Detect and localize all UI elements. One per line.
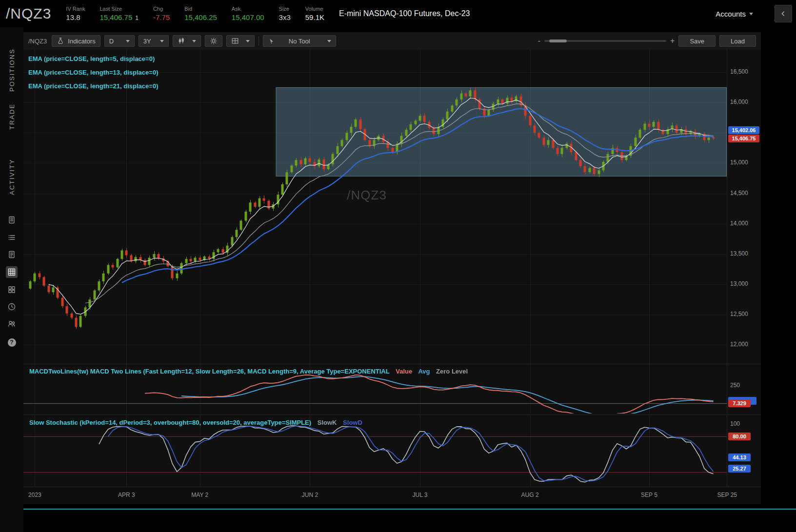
ema-21-label: EMA (price=CLOSE, length=21, displace=0) xyxy=(28,81,158,91)
time-axis-label: SEP 25 xyxy=(717,492,737,498)
indicators-button[interactable]: Indicators xyxy=(52,35,100,47)
price-axis[interactable]: 16,50016,00015,50015,00014,50014,00013,5… xyxy=(727,50,761,364)
flask-icon xyxy=(57,37,64,45)
price-axis-label: 16,000 xyxy=(730,99,748,105)
price-axis-label: 14,500 xyxy=(730,190,748,197)
last-price-badge: 15,406.75 xyxy=(728,135,759,142)
price-axis-label: 14,000 xyxy=(730,220,748,227)
dashboard-icon[interactable] xyxy=(6,284,18,296)
chevron-down-icon xyxy=(749,13,753,17)
time-axis-label: MAY 2 xyxy=(191,492,208,498)
bottom-panel-divider xyxy=(23,509,796,510)
stochastic-axis[interactable]: 10080.0044.1325.27 xyxy=(727,415,761,487)
price-axis-label: 16,500 xyxy=(730,68,748,75)
stat-bid: Bid 15,406.25 xyxy=(184,6,217,21)
symbol-title: /NQZ3 xyxy=(6,5,51,22)
range-dropdown[interactable]: 3Y xyxy=(139,35,169,47)
instrument-description: E-mini NASDAQ-100 Futures, Dec-23 xyxy=(339,9,470,18)
save-button[interactable]: Save xyxy=(678,35,716,47)
ema-price-badge: 15,402.06 xyxy=(728,126,759,134)
time-axis[interactable]: 2023APR 3MAY 2JUN 2JUL 3AUG 2SEP 5SEP 25 xyxy=(23,487,761,504)
macd-panel[interactable]: MACDTwoLines(tw) MACD Two Lines (Fast Le… xyxy=(23,364,727,414)
chevron-down-icon xyxy=(126,40,130,44)
time-axis-label: JUL 3 xyxy=(413,492,428,498)
zoom-slider-handle[interactable] xyxy=(549,39,567,42)
stat-last-size: Last Size 15,406.751 xyxy=(100,6,139,21)
toolbar-divider xyxy=(259,36,259,46)
cursor-icon xyxy=(268,38,275,45)
chevron-left-icon xyxy=(779,10,787,18)
stochastic-study-label: Slow Stochastic (kPeriod=14, dPeriod=3, … xyxy=(29,419,367,426)
chevron-down-icon xyxy=(192,40,196,44)
clock-icon[interactable] xyxy=(6,301,18,313)
chart-toolbar: /NQZ3 Indicators D 3Y No Tool xyxy=(23,32,761,50)
drawing-tool-dropdown[interactable]: No Tool xyxy=(263,35,336,47)
chart-type-dropdown[interactable] xyxy=(173,35,201,47)
gear-icon xyxy=(210,37,218,45)
price-axis-label: 12,000 xyxy=(730,341,748,348)
time-axis-label: SEP 5 xyxy=(641,492,657,498)
macd-axis-label: 250 xyxy=(730,382,740,389)
price-axis-label: 15,000 xyxy=(730,159,748,166)
list-icon[interactable] xyxy=(6,232,18,243)
time-axis-label: APR 3 xyxy=(118,492,135,498)
ema-5-label: EMA (price=CLOSE, length=5, displace=0) xyxy=(28,54,158,63)
price-chart-plot[interactable]: EMA (price=CLOSE, length=5, displace=0) … xyxy=(23,50,727,364)
help-icon[interactable]: ? xyxy=(6,336,18,348)
accounts-dropdown[interactable]: Accounts xyxy=(716,10,753,18)
chevron-down-icon xyxy=(327,40,331,44)
chart-settings-button[interactable] xyxy=(205,35,222,47)
sidebar-tab-activity[interactable]: ACTIVITY xyxy=(0,155,23,199)
stat-iv-rank: IV Rank 13.8 xyxy=(66,6,85,21)
zoom-out-button[interactable]: - xyxy=(538,37,540,45)
stochastic-panel[interactable]: Slow Stochastic (kPeriod=14, dPeriod=3, … xyxy=(23,415,727,487)
price-axis-label: 12,500 xyxy=(730,311,748,317)
timeframe-dropdown[interactable]: D xyxy=(104,35,135,47)
stoch-value-badge: 44.13 xyxy=(728,453,751,461)
grid-layout-icon xyxy=(231,37,239,45)
price-axis-label: 13,500 xyxy=(730,250,748,257)
candlestick-icon xyxy=(178,37,185,45)
zoom-in-button[interactable]: + xyxy=(670,37,675,45)
stoch-axis-label: 100 xyxy=(730,420,740,427)
macd-axis[interactable]: 2507.329 xyxy=(727,364,761,414)
zoom-slider[interactable] xyxy=(544,40,666,42)
chevron-down-icon xyxy=(160,40,164,44)
calculator-icon[interactable] xyxy=(6,214,18,226)
stat-volume: Volume 59.1K xyxy=(305,6,324,21)
price-chart-canvas[interactable] xyxy=(23,50,727,364)
left-sidebar: POSITIONS TRADE ACTIVITY ? xyxy=(0,27,23,532)
price-axis-label: 13,000 xyxy=(730,280,748,287)
macd-study-label: MACDTwoLines(tw) MACD Two Lines (Fast Le… xyxy=(29,368,472,375)
ema-13-label: EMA (price=CLOSE, length=13, displace=0) xyxy=(28,68,158,77)
sidebar-tab-positions[interactable]: POSITIONS xyxy=(0,42,23,98)
order-ticket-icon[interactable] xyxy=(6,249,18,260)
time-axis-label: 2023 xyxy=(28,492,41,498)
chart-panel: /NQZ3 Indicators D 3Y No Tool xyxy=(23,32,761,504)
time-axis-label: JUN 2 xyxy=(302,492,318,498)
stoch-value-badge: 80.00 xyxy=(728,433,751,440)
grid-layout-dropdown[interactable] xyxy=(226,35,255,47)
stat-size: Size 3x3 xyxy=(279,6,291,21)
quote-header: /NQZ3 IV Rank 13.8 Last Size 15,406.751 … xyxy=(0,0,796,27)
chevron-down-icon xyxy=(246,40,250,44)
panel-divider xyxy=(23,414,761,415)
time-axis-label: AUG 2 xyxy=(521,492,539,498)
load-button[interactable]: Load xyxy=(719,35,756,47)
grid-chart-icon[interactable] xyxy=(6,266,18,278)
collapse-panel-button[interactable] xyxy=(775,5,792,22)
symbol-watermark: /NQZ3 xyxy=(347,188,387,203)
macd-value-badge: 7.329 xyxy=(728,399,751,407)
people-icon[interactable] xyxy=(6,318,18,330)
toolbar-symbol-label: /NQZ3 xyxy=(28,38,47,45)
ema-study-labels: EMA (price=CLOSE, length=5, displace=0) … xyxy=(28,54,158,95)
stoch-value-badge: 25.27 xyxy=(728,465,751,473)
stat-ask: Ask 15,407.00 xyxy=(232,6,264,21)
sidebar-tab-trade[interactable]: TRADE xyxy=(0,101,23,132)
stat-chg: Chg -7.75 xyxy=(153,6,170,21)
